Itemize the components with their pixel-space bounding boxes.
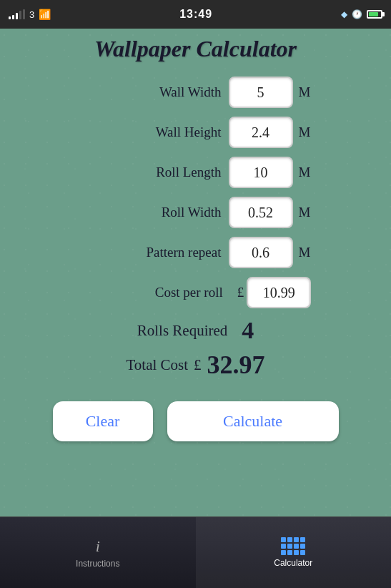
instructions-icon: i: [96, 537, 100, 556]
clear-button[interactable]: Clear: [53, 401, 153, 441]
carrier-label: 3: [29, 9, 34, 20]
wifi-icon: 📶: [39, 9, 51, 20]
main-content: Wallpaper Calculator Wall Width M Wall H…: [0, 29, 391, 516]
wall-width-label: Wall Width: [79, 84, 222, 100]
battery-icon: [367, 10, 382, 19]
total-cost-currency: £: [194, 356, 202, 374]
rolls-required-row: Rolls Required 4: [21, 317, 370, 344]
pattern-repeat-label: Pattern repeat: [79, 245, 222, 260]
wall-height-row: Wall Height M: [21, 117, 370, 148]
cost-per-roll-label: Cost per roll: [80, 285, 223, 300]
wall-width-row: Wall Width M: [21, 77, 370, 108]
wall-width-input[interactable]: [229, 77, 293, 108]
pattern-repeat-input-wrapper: M: [229, 237, 313, 268]
pattern-repeat-unit: M: [299, 245, 313, 260]
cost-per-roll-input-wrapper: £: [230, 277, 312, 308]
status-time: 13:49: [179, 8, 212, 21]
calculate-button[interactable]: Calculate: [167, 401, 339, 441]
tab-instructions-label: Instructions: [76, 559, 119, 569]
total-cost-label: Total Cost: [126, 356, 188, 374]
roll-length-label: Roll Length: [79, 165, 222, 180]
tab-calculator-label: Calculator: [274, 558, 312, 568]
calculator-icon: [281, 537, 305, 555]
cost-per-roll-input[interactable]: [247, 277, 311, 308]
status-left: 3 📶: [9, 9, 51, 20]
roll-width-input[interactable]: [229, 197, 293, 228]
cost-per-roll-row: Cost per roll £: [21, 277, 370, 308]
signal-icon: [9, 9, 25, 19]
location-icon: ◆: [341, 9, 347, 19]
total-cost-row: Total Cost £ 32.97: [21, 350, 370, 380]
rolls-required-label: Rolls Required: [137, 322, 228, 340]
tab-bar: i Instructions Calculator: [0, 516, 391, 588]
roll-width-input-wrapper: M: [229, 197, 313, 228]
wall-width-unit: M: [299, 84, 313, 100]
rolls-required-value: 4: [242, 317, 254, 344]
wall-height-input[interactable]: [229, 117, 293, 148]
roll-width-row: Roll Width M: [21, 197, 370, 228]
wall-width-input-wrapper: M: [229, 77, 313, 108]
wall-height-input-wrapper: M: [229, 117, 313, 148]
app-title: Wallpaper Calculator: [94, 36, 297, 62]
wall-height-label: Wall Height: [79, 124, 222, 140]
roll-length-row: Roll Length M: [21, 157, 370, 188]
total-cost-value: 32.97: [207, 350, 265, 380]
roll-length-unit: M: [299, 165, 313, 180]
pattern-repeat-row: Pattern repeat M: [21, 237, 370, 268]
cost-currency-symbol: £: [237, 285, 244, 300]
tab-calculator[interactable]: Calculator: [196, 517, 392, 588]
roll-length-input[interactable]: [229, 157, 293, 188]
alarm-icon: 🕐: [352, 9, 362, 19]
status-bar: 3 📶 13:49 ◆ 🕐: [0, 0, 391, 29]
pattern-repeat-input[interactable]: [229, 237, 293, 268]
roll-width-unit: M: [299, 205, 313, 220]
status-right: ◆ 🕐: [341, 9, 382, 19]
roll-width-label: Roll Width: [79, 205, 222, 220]
tab-instructions[interactable]: i Instructions: [0, 517, 196, 588]
wall-height-unit: M: [299, 124, 313, 140]
roll-length-input-wrapper: M: [229, 157, 313, 188]
button-row: Clear Calculate: [21, 401, 370, 441]
